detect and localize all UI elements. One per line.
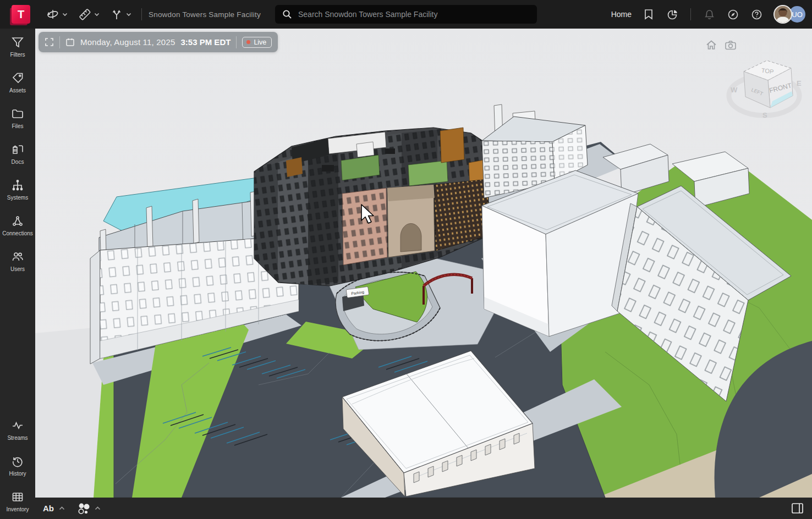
current-time[interactable]: 3:53 PM EDT	[181, 37, 231, 47]
chevron-up-icon	[59, 506, 65, 510]
help-icon[interactable]	[750, 8, 763, 21]
bookmark-icon[interactable]	[642, 8, 655, 21]
compass-icon[interactable]	[726, 8, 739, 21]
chevron-down-icon	[62, 13, 68, 16]
live-dot	[246, 40, 250, 44]
view-cube[interactable]: W S E TOP FRONT LEFT	[724, 51, 806, 125]
compass-south-label: S	[762, 111, 767, 119]
orbit-icon	[46, 7, 60, 21]
bottom-bar: Ab	[35, 498, 812, 519]
topbar-right: Home	[611, 0, 805, 29]
datetime-bar: Monday, August 11, 2025 3:53 PM EDT Live	[39, 32, 278, 52]
home-link[interactable]: Home	[611, 10, 632, 19]
sidebar-item-label: Inventory	[6, 506, 29, 512]
right-panel-toggle[interactable]	[791, 503, 804, 514]
search-input[interactable]	[297, 9, 537, 19]
live-toggle[interactable]: Live	[242, 37, 272, 48]
sidebar-item-users[interactable]: Users	[0, 244, 35, 279]
filter-icon	[11, 36, 24, 49]
viewport-3d[interactable]: Parking	[35, 29, 812, 498]
top-bar: T	[0, 0, 812, 29]
home-view-icon[interactable]	[705, 38, 718, 52]
sidebar-item-label: Connections	[2, 230, 33, 236]
chevron-up-icon	[95, 506, 101, 510]
sidebar-item-files[interactable]: Files	[0, 101, 35, 136]
viewport-actions	[705, 38, 737, 52]
display-mode-control[interactable]	[77, 502, 101, 515]
expand-icon[interactable]	[45, 37, 54, 47]
text-style-label: Ab	[43, 504, 54, 513]
app-logo[interactable]: T	[12, 5, 30, 24]
sidebar-item-inventory[interactable]: Inventory	[0, 484, 35, 519]
user-avatar	[773, 5, 792, 24]
current-date[interactable]: Monday, August 11, 2025	[80, 37, 175, 47]
app-logo-letter: T	[18, 8, 24, 21]
sidebar-item-streams[interactable]: Streams	[0, 412, 35, 448]
users-icon	[11, 250, 24, 263]
text-style-control[interactable]: Ab	[43, 504, 65, 513]
chevron-down-icon	[126, 13, 131, 16]
search-icon	[282, 9, 292, 19]
datetime-bar-divider	[59, 36, 60, 48]
bell-icon[interactable]	[703, 8, 716, 21]
sidebar-item-assets[interactable]: Assets	[0, 65, 35, 100]
docs-icon	[11, 143, 24, 156]
chevron-down-icon	[94, 13, 100, 16]
sidebar-spacer	[0, 279, 35, 412]
calendar-icon[interactable]	[65, 37, 75, 47]
sidebar-item-label: Docs	[12, 159, 24, 165]
sidebar-item-systems[interactable]: Systems	[0, 172, 35, 207]
ruler-icon	[78, 7, 92, 21]
sidebar-item-connections[interactable]: Connections	[0, 208, 35, 243]
compass-west-label: W	[731, 86, 738, 94]
history-icon	[11, 455, 24, 468]
measure-tool-button[interactable]	[74, 5, 103, 24]
folder-icon	[11, 107, 24, 120]
topbar-right-divider	[690, 8, 691, 20]
sidebar-item-docs[interactable]: Docs	[0, 136, 35, 172]
datetime-bar-divider	[236, 36, 237, 48]
sidebar-item-label: Streams	[7, 435, 28, 441]
user-account[interactable]: UO	[773, 5, 805, 24]
orbit-tool-button[interactable]	[42, 5, 71, 24]
panel-toggle-icon	[791, 503, 804, 514]
sidebar-item-label: History	[9, 471, 26, 477]
search-bar[interactable]	[275, 5, 537, 24]
dots-cluster-icon	[77, 502, 91, 515]
sidebar-item-filters[interactable]: Filters	[0, 29, 35, 64]
tag-icon	[11, 71, 24, 85]
sidebar-item-label: Systems	[7, 195, 28, 201]
3d-viewport-scene[interactable]: Parking	[35, 29, 812, 498]
facility-title: Snowdon Towers Sample Facility	[149, 10, 261, 19]
left-sidebar: Filters Assets Files Docs Systems Connec…	[0, 29, 35, 519]
compass-east-label: E	[797, 79, 802, 87]
camera-icon[interactable]	[724, 38, 737, 52]
route-icon	[109, 7, 124, 21]
sidebar-item-label: Assets	[9, 87, 26, 93]
toolbar	[42, 5, 135, 24]
systems-icon	[11, 179, 24, 192]
toolbar-divider	[141, 8, 142, 20]
sidebar-item-label: Filters	[10, 52, 25, 58]
streams-icon	[11, 419, 24, 432]
connections-icon	[11, 214, 24, 228]
live-label: Live	[254, 38, 266, 46]
path-tool-button[interactable]	[106, 5, 135, 24]
sidebar-item-label: Files	[12, 123, 23, 129]
sidebar-item-label: Users	[10, 266, 25, 272]
pie-chart-icon[interactable]	[666, 8, 679, 21]
inventory-icon	[11, 490, 24, 504]
sidebar-item-history[interactable]: History	[0, 448, 35, 483]
